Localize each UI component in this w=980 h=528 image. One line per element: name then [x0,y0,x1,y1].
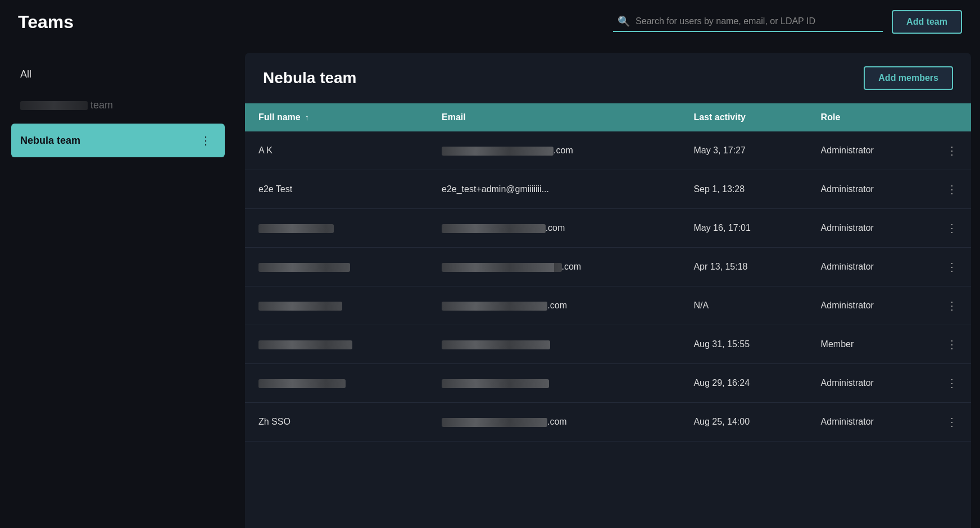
table-row: .comN/AAdministrator⋮ [245,286,971,325]
members-table-container: Full name ↑ Email Last activity Role A K… [245,103,971,528]
cell-last-activity: Aug 29, 16:24 [680,364,807,403]
table-row: Aug 31, 15:55Member⋮ [245,325,971,364]
cell-role: Administrator [807,209,928,248]
sidebar-item-team-1[interactable]: team [11,92,225,119]
cell-role: Administrator [807,131,928,170]
cell-email: .com [428,403,680,441]
cell-actions: ⋮ [928,248,971,286]
row-more-button[interactable]: ⋮ [942,142,962,160]
sort-asc-icon: ↑ [305,113,309,122]
add-members-button[interactable]: Add members [864,66,953,90]
sidebar-team-active-label: Nebula team [20,135,80,147]
header: Teams 🔍 Add team [0,0,980,44]
cell-last-activity: May 16, 17:01 [680,209,807,248]
add-team-button[interactable]: Add team [892,10,962,34]
cell-email: .com [428,286,680,325]
cell-role: Member [807,325,928,364]
content-header: Nebula team Add members [245,53,971,103]
sidebar-item-all[interactable]: All [11,62,225,87]
row-more-button[interactable]: ⋮ [942,335,962,353]
cell-email: .com [428,248,680,286]
header-actions: 🔍 Add team [613,10,962,34]
row-more-button[interactable]: ⋮ [942,219,962,237]
cell-fullname: e2e Test [245,170,428,209]
sidebar: All team Nebula team ⋮ [0,53,236,528]
col-actions [928,103,971,131]
cell-email [428,325,680,364]
sidebar-team-more-button[interactable]: ⋮ [196,131,216,149]
sidebar-team-label: team [20,99,113,111]
cell-fullname [245,248,428,286]
cell-last-activity: Aug 25, 14:00 [680,403,807,441]
cell-actions: ⋮ [928,170,971,209]
cell-last-activity: N/A [680,286,807,325]
members-table: Full name ↑ Email Last activity Role A K… [245,103,971,441]
row-more-button[interactable]: ⋮ [942,258,962,276]
cell-actions: ⋮ [928,209,971,248]
cell-fullname: Zh SSO [245,403,428,441]
cell-last-activity: Sep 1, 13:28 [680,170,807,209]
table-row: Zh SSO.comAug 25, 14:00Administrator⋮ [245,403,971,441]
sidebar-item-nebula-team[interactable]: Nebula team ⋮ [11,124,225,157]
cell-actions: ⋮ [928,325,971,364]
cell-email: e2e_test+admin@gmiiiiiii... [428,170,680,209]
cell-email [428,364,680,403]
col-email: Email [428,103,680,131]
cell-actions: ⋮ [928,131,971,170]
table-row: Aug 29, 16:24Administrator⋮ [245,364,971,403]
col-role: Role [807,103,928,131]
cell-role: Administrator [807,403,928,441]
cell-fullname [245,325,428,364]
cell-email: .com [428,209,680,248]
content-title: Nebula team [263,69,357,87]
cell-role: Administrator [807,286,928,325]
main-content: All team Nebula team ⋮ Nebula team Add m… [0,44,980,528]
row-more-button[interactable]: ⋮ [942,413,962,431]
table-row: e2e Teste2e_test+admin@gmiiiiiii...Sep 1… [245,170,971,209]
row-more-button[interactable]: ⋮ [942,297,962,315]
cell-last-activity: May 3, 17:27 [680,131,807,170]
table-header-row: Full name ↑ Email Last activity Role [245,103,971,131]
content-panel: Nebula team Add members Full name ↑ [245,53,971,528]
cell-last-activity: Aug 31, 15:55 [680,325,807,364]
search-input[interactable] [636,16,878,26]
cell-actions: ⋮ [928,364,971,403]
cell-actions: ⋮ [928,286,971,325]
search-icon: 🔍 [618,15,630,28]
col-fullname[interactable]: Full name ↑ [245,103,428,131]
table-row: .comMay 16, 17:01Administrator⋮ [245,209,971,248]
row-more-button[interactable]: ⋮ [942,374,962,392]
row-more-button[interactable]: ⋮ [942,180,962,198]
cell-role: Administrator [807,170,928,209]
col-last-activity: Last activity [680,103,807,131]
cell-fullname [245,364,428,403]
search-container: 🔍 [613,12,883,32]
cell-last-activity: Apr 13, 15:18 [680,248,807,286]
cell-actions: ⋮ [928,403,971,441]
cell-role: Administrator [807,364,928,403]
cell-fullname [245,286,428,325]
page-title: Teams [18,12,74,33]
cell-fullname: A K [245,131,428,170]
cell-email: .com [428,131,680,170]
cell-fullname [245,209,428,248]
table-row: A K.comMay 3, 17:27Administrator⋮ [245,131,971,170]
cell-role: Administrator [807,248,928,286]
table-row: .comApr 13, 15:18Administrator⋮ [245,248,971,286]
